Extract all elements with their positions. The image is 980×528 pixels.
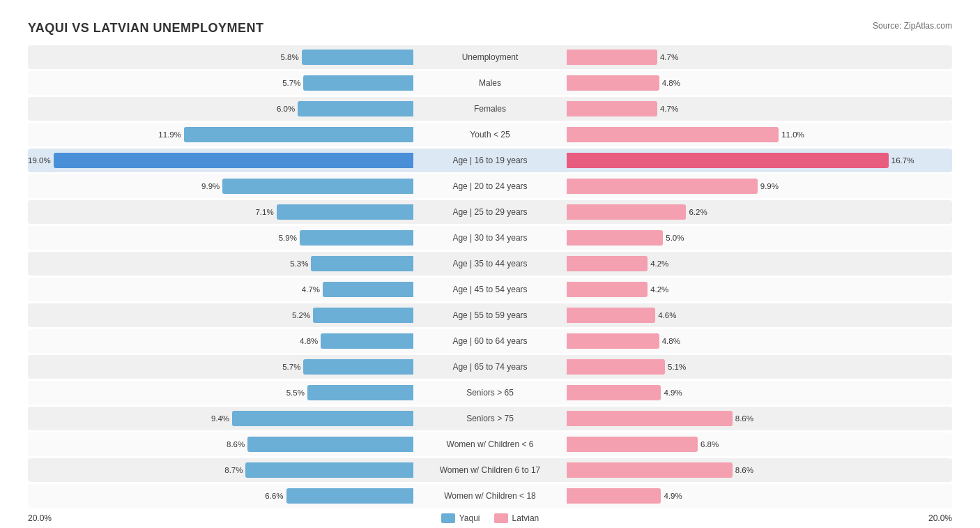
right-bar xyxy=(567,127,779,142)
right-side: 8.6% xyxy=(567,407,952,430)
left-side: 7.1% xyxy=(28,200,413,224)
right-bar xyxy=(567,385,661,400)
row-label: Age | 30 to 34 years xyxy=(413,233,567,243)
right-value: 11.0% xyxy=(781,130,804,139)
left-bar xyxy=(321,333,413,349)
chart-footer: 20.0% Yaqui Latvian 20.0% xyxy=(28,513,952,523)
row-label: Women w/ Children 6 to 17 xyxy=(413,465,567,475)
left-bar xyxy=(184,127,413,142)
left-value: 4.7% xyxy=(302,285,320,294)
right-side: 5.0% xyxy=(567,226,952,250)
latvian-swatch xyxy=(494,513,508,523)
left-bar xyxy=(222,179,413,194)
row-label: Age | 65 to 74 years xyxy=(413,362,567,372)
table-row: 6.6%Women w/ Children < 184.9% xyxy=(28,484,952,508)
left-value: 11.9% xyxy=(158,130,181,139)
left-side: 5.8% xyxy=(28,45,413,69)
right-side: 11.0% xyxy=(567,123,952,146)
table-row: 9.9%Age | 20 to 24 years9.9% xyxy=(28,174,952,198)
left-value: 5.3% xyxy=(290,259,308,268)
right-value: 8.6% xyxy=(735,414,753,423)
table-row: 5.2%Age | 55 to 59 years4.6% xyxy=(28,303,952,327)
right-bar xyxy=(567,179,758,194)
row-label: Women w/ Children < 6 xyxy=(413,439,567,449)
right-value: 5.1% xyxy=(668,363,686,371)
right-value: 4.7% xyxy=(660,105,678,113)
row-label: Age | 16 to 19 years xyxy=(413,156,567,165)
left-side: 6.0% xyxy=(28,97,413,121)
left-side: 9.4% xyxy=(28,407,413,430)
table-row: 5.5%Seniors > 654.9% xyxy=(28,381,952,405)
left-bar xyxy=(300,230,413,246)
row-label: Age | 20 to 24 years xyxy=(413,181,567,191)
latvian-label: Latvian xyxy=(512,513,539,523)
row-label: Seniors > 75 xyxy=(413,414,567,423)
table-row: 8.6%Women w/ Children < 66.8% xyxy=(28,432,952,456)
left-side: 5.9% xyxy=(28,226,413,250)
right-value: 4.2% xyxy=(650,285,668,294)
left-value: 8.7% xyxy=(224,466,243,474)
left-side: 9.9% xyxy=(28,174,413,198)
chart-header: YAQUI VS LATVIAN UNEMPLOYMENT Source: Zi… xyxy=(28,21,952,36)
right-value: 16.7% xyxy=(891,156,914,165)
left-side: 11.9% xyxy=(28,123,413,146)
left-bar xyxy=(54,153,413,168)
left-bar xyxy=(245,462,413,478)
right-bar xyxy=(567,204,686,220)
row-label: Age | 35 to 44 years xyxy=(413,259,567,269)
row-label: Age | 25 to 29 years xyxy=(413,207,567,217)
right-side: 6.8% xyxy=(567,432,952,456)
yaqui-label: Yaqui xyxy=(459,513,480,523)
right-side: 4.2% xyxy=(567,252,952,276)
bar-chart: 5.8%Unemployment4.7%5.7%Males4.8%6.0%Fem… xyxy=(28,45,952,508)
left-bar xyxy=(311,256,413,271)
right-side: 4.8% xyxy=(567,329,952,353)
left-bar xyxy=(298,101,413,116)
yaqui-swatch xyxy=(441,513,455,523)
right-side: 4.9% xyxy=(567,381,952,405)
left-side: 19.0% xyxy=(28,149,413,172)
table-row: 5.7%Males4.8% xyxy=(28,71,952,95)
table-row: 5.9%Age | 30 to 34 years5.0% xyxy=(28,226,952,250)
left-side: 4.8% xyxy=(28,329,413,353)
right-bar xyxy=(567,256,648,271)
table-row: 4.8%Age | 60 to 64 years4.8% xyxy=(28,329,952,353)
left-value: 5.2% xyxy=(292,311,310,319)
table-row: 5.3%Age | 35 to 44 years4.2% xyxy=(28,252,952,276)
right-side: 9.9% xyxy=(567,174,952,198)
right-bar xyxy=(567,437,698,452)
row-label: Youth < 25 xyxy=(413,130,567,139)
right-value: 4.9% xyxy=(664,389,682,397)
left-side: 8.6% xyxy=(28,432,413,456)
left-bar xyxy=(307,385,413,400)
right-value: 9.9% xyxy=(760,182,779,190)
left-bar xyxy=(323,282,413,297)
left-bar xyxy=(303,359,413,375)
chart-container: YAQUI VS LATVIAN UNEMPLOYMENT Source: Zi… xyxy=(14,14,966,528)
right-side: 8.6% xyxy=(567,458,952,482)
right-side: 4.9% xyxy=(567,484,952,508)
right-side: 16.7% xyxy=(567,149,952,172)
right-side: 6.2% xyxy=(567,200,952,224)
right-bar xyxy=(567,230,663,246)
axis-label-left: 20.0% xyxy=(28,513,52,523)
left-side: 5.2% xyxy=(28,303,413,327)
left-bar xyxy=(232,411,413,426)
left-side: 5.7% xyxy=(28,355,413,379)
right-bar xyxy=(567,359,665,375)
right-bar xyxy=(567,462,733,478)
table-row: 9.4%Seniors > 758.6% xyxy=(28,407,952,430)
row-label: Age | 60 to 64 years xyxy=(413,336,567,346)
table-row: 4.7%Age | 45 to 54 years4.2% xyxy=(28,278,952,301)
left-value: 9.9% xyxy=(201,182,220,190)
right-value: 6.2% xyxy=(689,208,707,216)
row-label: Age | 55 to 59 years xyxy=(413,310,567,320)
left-side: 4.7% xyxy=(28,278,413,301)
legend: Yaqui Latvian xyxy=(441,513,539,523)
left-side: 8.7% xyxy=(28,458,413,482)
axis-label-right: 20.0% xyxy=(928,513,952,523)
left-value: 8.6% xyxy=(227,440,245,448)
right-value: 5.0% xyxy=(666,234,684,242)
left-side: 5.5% xyxy=(28,381,413,405)
right-bar xyxy=(567,411,733,426)
